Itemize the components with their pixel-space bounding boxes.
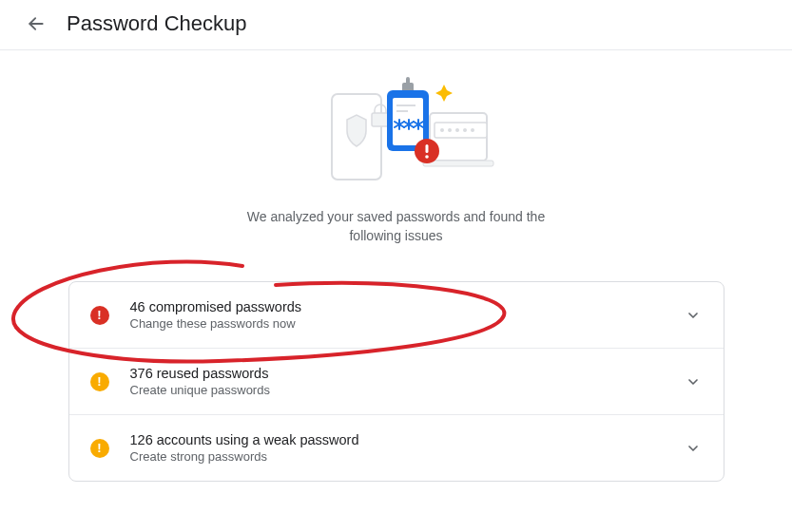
svg-rect-12 <box>406 77 410 85</box>
back-button[interactable] <box>25 12 48 35</box>
row-subtitle: Create unique passwords <box>130 383 684 397</box>
row-weak[interactable]: ! 126 accounts using a weak password Cre… <box>69 415 724 481</box>
svg-point-28 <box>425 155 429 159</box>
arrow-left-icon <box>27 14 46 33</box>
row-subtitle: Change these passwords now <box>130 316 684 331</box>
subtitle-line1: We analyzed your saved passwords and fou… <box>247 209 545 224</box>
svg-point-10 <box>471 128 474 132</box>
row-compromised[interactable]: ! 46 compromised passwords Change these … <box>69 282 724 349</box>
svg-point-8 <box>455 128 459 132</box>
chevron-down-icon <box>684 372 703 391</box>
row-body: 46 compromised passwords Change these pa… <box>130 299 684 331</box>
row-reused[interactable]: ! 376 reused passwords Create unique pas… <box>69 349 724 415</box>
subtitle: We analyzed your saved passwords and fou… <box>247 208 545 245</box>
page-title: Password Checkup <box>67 11 247 36</box>
row-title: 126 accounts using a weak password <box>130 432 684 447</box>
subtitle-line2: following issues <box>349 228 442 243</box>
warning-icon: ! <box>90 372 109 391</box>
svg-rect-2 <box>372 113 389 126</box>
row-subtitle: Create strong passwords <box>130 449 684 464</box>
row-body: 376 reused passwords Create unique passw… <box>130 366 684 397</box>
content: We analyzed your saved passwords and fou… <box>0 50 792 482</box>
hero-illustration <box>292 77 501 191</box>
alert-icon: ! <box>90 306 109 325</box>
svg-rect-4 <box>423 161 493 166</box>
row-body: 126 accounts using a weak password Creat… <box>130 432 684 464</box>
chevron-down-icon <box>684 306 703 325</box>
issues-panel: ! 46 compromised passwords Change these … <box>68 281 724 482</box>
svg-point-6 <box>440 128 444 132</box>
warning-icon: ! <box>90 439 109 458</box>
svg-point-7 <box>448 128 452 132</box>
header: Password Checkup <box>0 0 792 50</box>
row-title: 376 reused passwords <box>130 366 684 381</box>
svg-rect-27 <box>425 144 428 153</box>
chevron-down-icon <box>684 439 703 458</box>
svg-point-9 <box>463 128 467 132</box>
row-title: 46 compromised passwords <box>130 299 684 314</box>
